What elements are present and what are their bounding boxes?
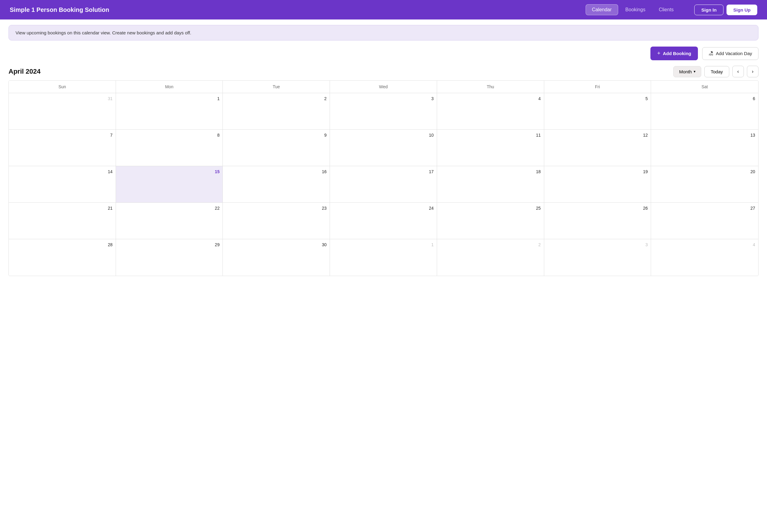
day-number: 18 [440,169,541,174]
col-sun: Sun [9,81,116,93]
today-button[interactable]: Today [704,66,729,77]
calendar-cell[interactable]: 7 [9,130,116,166]
day-number: 3 [333,96,434,101]
calendar-cell[interactable]: 11 [437,130,544,166]
sign-in-button[interactable]: Sign In [694,5,723,15]
calendar-cell[interactable]: 22 [116,203,223,239]
day-number: 1 [333,242,434,247]
info-bar: View upcoming bookings on this calendar … [9,25,758,40]
prev-month-button[interactable]: ‹ [732,66,744,77]
info-bar-text: View upcoming bookings on this calendar … [16,30,191,35]
day-number: 2 [226,96,327,101]
calendar-cell[interactable]: 10 [330,130,437,166]
calendar-cell[interactable]: 19 [544,166,651,203]
calendar-nav-controls: Month ▾ Today ‹ › [673,66,758,77]
calendar-cell[interactable]: 9 [223,130,330,166]
calendar-cell[interactable]: 1 [116,93,223,130]
vacation-icon: 🏖 [709,51,713,56]
header: Simple 1 Person Booking Solution Calenda… [0,0,767,19]
day-number: 13 [654,133,755,138]
app-title: Simple 1 Person Booking Solution [10,6,109,13]
day-number: 28 [12,242,113,247]
calendar-cell[interactable]: 25 [437,203,544,239]
calendar-cell[interactable]: 3 [544,239,651,276]
calendar-cell[interactable]: 14 [9,166,116,203]
day-number: 10 [333,133,434,138]
calendar-cell[interactable]: 6 [651,93,758,130]
calendar-header-row: Sun Mon Tue Wed Thu Fri Sat [9,81,758,93]
calendar-cell[interactable]: 13 [651,130,758,166]
day-number: 20 [654,169,755,174]
calendar-wrapper: Sun Mon Tue Wed Thu Fri Sat 311234567891… [0,80,767,285]
day-number: 30 [226,242,327,247]
day-number: 27 [654,206,755,211]
toolbar: + Add Booking 🏖 Add Vacation Day [0,44,767,64]
calendar-grid: Sun Mon Tue Wed Thu Fri Sat 311234567891… [9,80,758,276]
plus-icon: + [657,50,660,57]
col-thu: Thu [437,81,544,93]
day-number: 5 [547,96,648,101]
calendar-cell[interactable]: 5 [544,93,651,130]
header-actions: Sign In Sign Up [694,5,757,15]
col-tue: Tue [223,81,330,93]
calendar-cell[interactable]: 24 [330,203,437,239]
calendar-cell[interactable]: 4 [651,239,758,276]
add-booking-label: Add Booking [663,51,691,56]
calendar-cell[interactable]: 21 [9,203,116,239]
nav-tab-bookings[interactable]: Bookings [619,4,652,15]
month-view-label: Month [679,69,692,74]
sign-up-button[interactable]: Sign Up [727,5,757,15]
calendar-cell[interactable]: 18 [437,166,544,203]
chevron-down-icon: ▾ [694,69,695,74]
nav-tab-calendar[interactable]: Calendar [586,4,618,15]
day-number: 19 [547,169,648,174]
calendar-cell[interactable]: 4 [437,93,544,130]
day-number: 23 [226,206,327,211]
day-number: 3 [547,242,648,247]
calendar-cell[interactable]: 30 [223,239,330,276]
day-number: 2 [440,242,541,247]
calendar-cell[interactable]: 31 [9,93,116,130]
add-booking-button[interactable]: + Add Booking [650,47,698,60]
day-number: 15 [119,169,220,174]
calendar-cell[interactable]: 27 [651,203,758,239]
day-number: 4 [654,242,755,247]
day-number: 9 [226,133,327,138]
day-number: 11 [440,133,541,138]
calendar-controls: April 2024 Month ▾ Today ‹ › [0,64,767,80]
calendar-body: 3112345678910111213141516171819202122232… [9,93,758,276]
day-number: 8 [119,133,220,138]
nav-tabs: Calendar Bookings Clients [586,4,680,15]
day-number: 14 [12,169,113,174]
day-number: 17 [333,169,434,174]
day-number: 12 [547,133,648,138]
calendar-cell[interactable]: 12 [544,130,651,166]
view-month-button[interactable]: Month ▾ [673,66,701,77]
calendar-cell[interactable]: 2 [437,239,544,276]
day-number: 21 [12,206,113,211]
day-number: 26 [547,206,648,211]
calendar-cell[interactable]: 20 [651,166,758,203]
calendar-cell[interactable]: 17 [330,166,437,203]
day-number: 16 [226,169,327,174]
day-number: 31 [12,96,113,101]
add-vacation-label: Add Vacation Day [716,51,752,56]
day-number: 25 [440,206,541,211]
calendar-cell[interactable]: 23 [223,203,330,239]
day-number: 6 [654,96,755,101]
calendar-cell[interactable]: 15 [116,166,223,203]
calendar-cell[interactable]: 3 [330,93,437,130]
day-number: 24 [333,206,434,211]
calendar-cell[interactable]: 8 [116,130,223,166]
calendar-cell[interactable]: 2 [223,93,330,130]
month-year-label: April 2024 [9,68,40,75]
day-number: 29 [119,242,220,247]
calendar-cell[interactable]: 26 [544,203,651,239]
calendar-cell[interactable]: 1 [330,239,437,276]
nav-tab-clients[interactable]: Clients [653,4,680,15]
calendar-cell[interactable]: 29 [116,239,223,276]
add-vacation-button[interactable]: 🏖 Add Vacation Day [702,47,758,60]
calendar-cell[interactable]: 16 [223,166,330,203]
calendar-cell[interactable]: 28 [9,239,116,276]
next-month-button[interactable]: › [747,66,758,77]
